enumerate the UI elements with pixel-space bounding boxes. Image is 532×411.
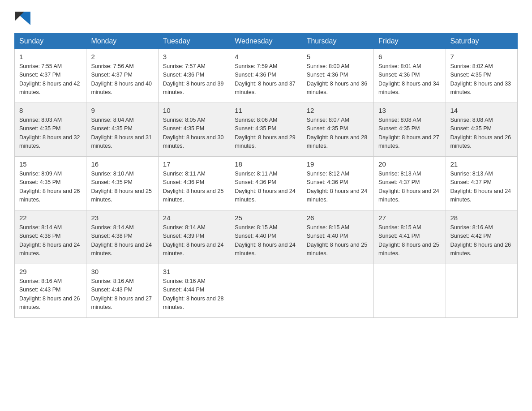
day-number: 30 (91, 268, 153, 275)
day-number: 26 (307, 214, 369, 222)
day-info: Sunrise: 8:09 AMSunset: 4:35 PMDaylight:… (19, 171, 80, 203)
day-number: 10 (163, 107, 225, 114)
day-number: 11 (235, 107, 297, 114)
calendar-cell: 23Sunrise: 8:14 AMSunset: 4:38 PMDayligh… (86, 210, 158, 264)
weekday-header-row: SundayMondayTuesdayWednesdayThursdayFrid… (15, 34, 518, 49)
weekday-header-monday: Monday (86, 34, 158, 49)
day-info: Sunrise: 7:59 AMSunset: 4:36 PMDaylight:… (235, 63, 296, 95)
calendar-cell: 25Sunrise: 8:15 AMSunset: 4:40 PMDayligh… (230, 210, 302, 264)
day-number: 17 (163, 160, 225, 168)
day-number: 16 (91, 160, 153, 168)
calendar-cell: 5Sunrise: 8:00 AMSunset: 4:36 PMDaylight… (302, 49, 373, 103)
day-number: 27 (378, 214, 441, 222)
day-info: Sunrise: 8:08 AMSunset: 4:35 PMDaylight:… (378, 117, 439, 149)
calendar-cell: 13Sunrise: 8:08 AMSunset: 4:35 PMDayligh… (374, 103, 446, 157)
day-info: Sunrise: 8:05 AMSunset: 4:35 PMDaylight:… (163, 117, 224, 149)
day-info: Sunrise: 8:06 AMSunset: 4:35 PMDaylight:… (235, 117, 296, 149)
weekday-header-wednesday: Wednesday (230, 34, 302, 49)
day-info: Sunrise: 8:15 AMSunset: 4:40 PMDaylight:… (307, 224, 368, 257)
day-number: 23 (91, 214, 153, 222)
day-info: Sunrise: 7:55 AMSunset: 4:37 PMDaylight:… (19, 63, 80, 95)
day-info: Sunrise: 8:10 AMSunset: 4:35 PMDaylight:… (91, 171, 152, 203)
day-number: 24 (163, 214, 225, 222)
day-info: Sunrise: 8:15 AMSunset: 4:40 PMDaylight:… (235, 224, 296, 257)
day-number: 6 (378, 53, 441, 60)
day-number: 7 (450, 53, 513, 60)
calendar-cell: 20Sunrise: 8:13 AMSunset: 4:37 PMDayligh… (374, 157, 446, 210)
calendar-cell: 24Sunrise: 8:14 AMSunset: 4:39 PMDayligh… (158, 210, 230, 264)
day-number: 25 (235, 214, 297, 222)
day-info: Sunrise: 8:14 AMSunset: 4:38 PMDaylight:… (91, 224, 152, 257)
weekday-header-saturday: Saturday (446, 34, 517, 49)
calendar-cell (230, 264, 302, 318)
calendar-cell: 28Sunrise: 8:16 AMSunset: 4:42 PMDayligh… (446, 210, 517, 264)
calendar-cell (374, 264, 446, 318)
day-number: 5 (307, 53, 369, 60)
day-number: 2 (91, 53, 153, 60)
day-number: 15 (19, 160, 82, 168)
day-info: Sunrise: 8:11 AMSunset: 4:36 PMDaylight:… (235, 171, 296, 203)
calendar-cell: 10Sunrise: 8:05 AMSunset: 4:35 PMDayligh… (158, 103, 230, 157)
day-number: 13 (378, 107, 441, 114)
calendar-cell: 15Sunrise: 8:09 AMSunset: 4:35 PMDayligh… (15, 157, 86, 210)
calendar-cell: 1Sunrise: 7:55 AMSunset: 4:37 PMDaylight… (15, 49, 86, 103)
day-info: Sunrise: 8:01 AMSunset: 4:36 PMDaylight:… (378, 63, 439, 95)
day-info: Sunrise: 8:03 AMSunset: 4:35 PMDaylight:… (19, 117, 80, 149)
calendar-cell: 8Sunrise: 8:03 AMSunset: 4:35 PMDaylight… (15, 103, 86, 157)
calendar-cell: 16Sunrise: 8:10 AMSunset: 4:35 PMDayligh… (86, 157, 158, 210)
calendar-cell: 19Sunrise: 8:12 AMSunset: 4:36 PMDayligh… (302, 157, 373, 210)
calendar-cell: 12Sunrise: 8:07 AMSunset: 4:35 PMDayligh… (302, 103, 373, 157)
day-number: 21 (450, 160, 513, 168)
calendar-week-row: 8Sunrise: 8:03 AMSunset: 4:35 PMDaylight… (15, 103, 518, 157)
weekday-header-sunday: Sunday (15, 34, 86, 49)
day-number: 3 (163, 53, 225, 60)
weekday-header-thursday: Thursday (302, 34, 373, 49)
calendar-cell: 18Sunrise: 8:11 AMSunset: 4:36 PMDayligh… (230, 157, 302, 210)
day-number: 31 (163, 268, 225, 275)
day-info: Sunrise: 8:07 AMSunset: 4:35 PMDaylight:… (307, 117, 368, 149)
calendar-cell: 7Sunrise: 8:02 AMSunset: 4:35 PMDaylight… (446, 49, 517, 103)
logo (14, 11, 31, 25)
day-info: Sunrise: 7:57 AMSunset: 4:36 PMDaylight:… (163, 63, 224, 95)
calendar-cell: 9Sunrise: 8:04 AMSunset: 4:35 PMDaylight… (86, 103, 158, 157)
calendar-table: SundayMondayTuesdayWednesdayThursdayFrid… (14, 33, 518, 318)
page-header (14, 11, 518, 25)
calendar-cell: 21Sunrise: 8:13 AMSunset: 4:37 PMDayligh… (446, 157, 517, 210)
day-number: 12 (307, 107, 369, 114)
calendar-cell: 17Sunrise: 8:11 AMSunset: 4:36 PMDayligh… (158, 157, 230, 210)
calendar-cell: 31Sunrise: 8:16 AMSunset: 4:44 PMDayligh… (158, 264, 230, 318)
day-info: Sunrise: 8:16 AMSunset: 4:43 PMDaylight:… (91, 278, 152, 310)
weekday-header-tuesday: Tuesday (158, 34, 230, 49)
day-number: 22 (19, 214, 82, 222)
logo-icon (15, 12, 30, 25)
day-number: 20 (378, 160, 441, 168)
day-number: 4 (235, 53, 297, 60)
day-info: Sunrise: 8:14 AMSunset: 4:39 PMDaylight:… (163, 224, 224, 257)
day-number: 18 (235, 160, 297, 168)
day-info: Sunrise: 8:12 AMSunset: 4:36 PMDaylight:… (307, 171, 368, 203)
calendar-week-row: 29Sunrise: 8:16 AMSunset: 4:43 PMDayligh… (15, 264, 518, 318)
calendar-cell: 29Sunrise: 8:16 AMSunset: 4:43 PMDayligh… (15, 264, 86, 318)
calendar-cell: 4Sunrise: 7:59 AMSunset: 4:36 PMDaylight… (230, 49, 302, 103)
calendar-week-row: 15Sunrise: 8:09 AMSunset: 4:35 PMDayligh… (15, 157, 518, 210)
calendar-cell: 22Sunrise: 8:14 AMSunset: 4:38 PMDayligh… (15, 210, 86, 264)
day-info: Sunrise: 8:02 AMSunset: 4:35 PMDaylight:… (450, 63, 511, 95)
day-info: Sunrise: 8:16 AMSunset: 4:42 PMDaylight:… (450, 224, 511, 257)
calendar-week-row: 22Sunrise: 8:14 AMSunset: 4:38 PMDayligh… (15, 210, 518, 264)
calendar-cell: 30Sunrise: 8:16 AMSunset: 4:43 PMDayligh… (86, 264, 158, 318)
day-info: Sunrise: 8:13 AMSunset: 4:37 PMDaylight:… (378, 171, 439, 203)
calendar-cell: 27Sunrise: 8:15 AMSunset: 4:41 PMDayligh… (374, 210, 446, 264)
day-number: 28 (450, 214, 513, 222)
day-info: Sunrise: 8:15 AMSunset: 4:41 PMDaylight:… (378, 224, 439, 257)
calendar-cell: 2Sunrise: 7:56 AMSunset: 4:37 PMDaylight… (86, 49, 158, 103)
calendar-cell (302, 264, 373, 318)
calendar-cell: 11Sunrise: 8:06 AMSunset: 4:35 PMDayligh… (230, 103, 302, 157)
day-info: Sunrise: 8:14 AMSunset: 4:38 PMDaylight:… (19, 224, 80, 257)
day-info: Sunrise: 8:16 AMSunset: 4:44 PMDaylight:… (163, 278, 224, 310)
day-number: 8 (19, 107, 82, 114)
day-number: 29 (19, 268, 82, 275)
calendar-cell: 26Sunrise: 8:15 AMSunset: 4:40 PMDayligh… (302, 210, 373, 264)
day-info: Sunrise: 8:13 AMSunset: 4:37 PMDaylight:… (450, 171, 511, 203)
calendar-cell: 14Sunrise: 8:08 AMSunset: 4:35 PMDayligh… (446, 103, 517, 157)
calendar-cell: 3Sunrise: 7:57 AMSunset: 4:36 PMDaylight… (158, 49, 230, 103)
